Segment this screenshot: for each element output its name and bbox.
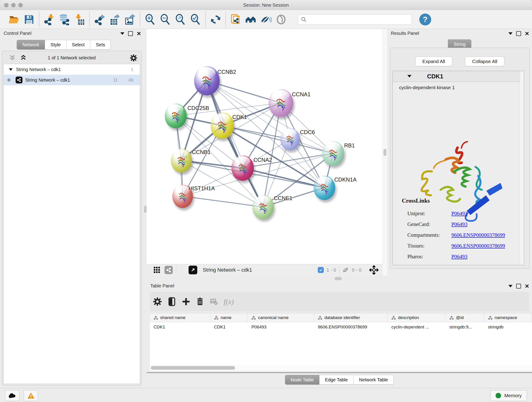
network-share-icon[interactable]: [165, 266, 173, 274]
splitter-grip[interactable]: [384, 149, 386, 156]
export-image-button[interactable]: [122, 11, 138, 28]
panel-close-icon[interactable]: ✕: [525, 284, 529, 288]
warnings-button[interactable]: [24, 390, 38, 401]
cloud-button[interactable]: [5, 390, 19, 401]
show-all-button[interactable]: [273, 11, 289, 28]
refresh-icon: [210, 14, 221, 25]
crosslink-row: Tissues:9606.ENSP00000378699: [407, 240, 517, 251]
refresh-button[interactable]: [208, 11, 223, 28]
open-session-button[interactable]: [6, 11, 22, 28]
zoom-fit-button[interactable]: [173, 11, 188, 28]
column-header-description[interactable]: description: [388, 313, 446, 322]
crosslink-link[interactable]: 9606.ENSP00000378699: [451, 243, 505, 249]
edge-CCNB2-CCNE1[interactable]: [207, 81, 263, 207]
node-CDC25B[interactable]: [165, 103, 187, 128]
help-button[interactable]: ?: [419, 13, 431, 26]
network-row[interactable]: String Network – cdk1 11 48: [4, 75, 140, 85]
column-header-namespace[interactable]: namespace: [484, 313, 532, 322]
expand-all-button[interactable]: Expand All: [415, 57, 452, 66]
search-input[interactable]: [307, 17, 406, 22]
node-CDK1[interactable]: [210, 112, 234, 139]
node-CCNA2[interactable]: [231, 155, 254, 181]
node-RB1[interactable]: [322, 141, 344, 166]
save-session-button[interactable]: [22, 11, 37, 28]
node-label-RB1: RB1: [344, 142, 355, 149]
collection-expand-icon[interactable]: [9, 68, 13, 71]
network-options-gear-icon[interactable]: [130, 54, 137, 62]
collapse-section-icon[interactable]: [407, 75, 412, 77]
memory-button[interactable]: Memory: [490, 390, 527, 401]
panel-float-icon[interactable]: [516, 284, 521, 288]
hidden-eye-slash-icon[interactable]: [343, 267, 349, 273]
import-network-database-button[interactable]: [57, 11, 72, 28]
crosslink-link[interactable]: P06493: [451, 221, 467, 227]
splitter-grip[interactable]: [335, 277, 342, 280]
tab-sets[interactable]: Sets: [90, 40, 111, 50]
node-CCNB1[interactable]: [171, 148, 192, 172]
crosslink-link[interactable]: P06493: [451, 211, 467, 217]
pan-crosshair-icon[interactable]: [369, 265, 379, 274]
node-CDKN1A[interactable]: [314, 176, 335, 200]
show-columns-icon[interactable]: [168, 297, 176, 306]
zoom-out-button[interactable]: [158, 11, 173, 28]
tab-network[interactable]: Network: [17, 40, 45, 50]
tab-style[interactable]: Style: [45, 40, 66, 50]
export-table-button[interactable]: [107, 11, 122, 28]
import-table-file-button[interactable]: [72, 11, 87, 28]
tab-node-table[interactable]: Node Table: [285, 375, 320, 385]
panel-menu-icon[interactable]: [120, 32, 124, 35]
grid-view-icon[interactable]: [153, 267, 160, 274]
network-canvas[interactable]: CCNB2CCNA1CDC25BCDK1CDC6RB1CCNB1CCNA2CDK…: [147, 29, 382, 264]
node-CCNA1[interactable]: [268, 89, 293, 117]
table-cell: stringdb: [484, 325, 532, 330]
panel-float-icon[interactable]: [128, 31, 133, 36]
node-CCNB2[interactable]: [194, 66, 220, 95]
crosslink-label: Tissues:: [407, 243, 451, 249]
delete-column-trash-icon[interactable]: [196, 297, 204, 306]
selected-checkbox-icon[interactable]: [318, 267, 324, 273]
network-collection-row[interactable]: String Network – cdk1 1: [4, 64, 140, 75]
open-in-window-icon[interactable]: [189, 266, 197, 274]
right-splitter[interactable]: [382, 29, 388, 275]
column-header--id[interactable]: @id: [446, 313, 484, 322]
table-hscrollbar[interactable]: [150, 365, 532, 371]
string-import-button[interactable]: [228, 11, 243, 28]
node-CDC6[interactable]: [280, 128, 300, 150]
panel-float-icon[interactable]: [516, 31, 521, 36]
table-row[interactable]: CDK1CDK1P064939606.ENSP00000378699cyclin…: [150, 322, 532, 332]
column-header-name[interactable]: name: [210, 313, 248, 322]
hide-selected-button[interactable]: [259, 11, 273, 28]
zoom-in-button[interactable]: [143, 11, 158, 28]
node-gloss: [174, 150, 189, 158]
add-column-plus-icon[interactable]: [182, 298, 190, 306]
table-options-gear-icon[interactable]: [153, 297, 162, 306]
houses-button[interactable]: [243, 11, 259, 28]
crosslink-label: Compartments:: [407, 232, 451, 238]
shared-column-icon: [251, 316, 256, 320]
column-header-label: database identifier: [324, 315, 360, 320]
tab-select[interactable]: Select: [66, 40, 90, 50]
collapse-all-button[interactable]: Collapse All: [465, 57, 505, 66]
edge-CDK1-RB1[interactable]: [222, 126, 333, 153]
panel-close-icon[interactable]: ✕: [137, 32, 141, 36]
panel-menu-icon[interactable]: [508, 285, 513, 287]
edge-HIST1H1A-CCNE1[interactable]: [183, 196, 263, 207]
tab-edge-table[interactable]: Edge Table: [319, 375, 354, 385]
column-header-shared-name[interactable]: shared name: [150, 313, 210, 322]
crosslink-link[interactable]: P06493: [451, 254, 467, 260]
crosslink-link[interactable]: 9606.ENSP00000378699: [451, 232, 505, 238]
panel-close-icon[interactable]: ✕: [525, 32, 529, 36]
node-CCNE1[interactable]: [252, 195, 274, 219]
column-header-database-identifier[interactable]: database identifier: [314, 313, 388, 322]
import-network-file-button[interactable]: [42, 11, 57, 28]
tab-network-table[interactable]: Network Table: [354, 375, 394, 385]
scrollbar-thumb[interactable]: [151, 366, 235, 370]
results-scrollbar[interactable]: [520, 71, 524, 265]
export-network-button[interactable]: [92, 11, 107, 28]
cdk1-section-header[interactable]: CDK1: [393, 71, 524, 82]
zoom-selected-button[interactable]: [188, 11, 203, 28]
column-header-canonical-name[interactable]: canonical name: [248, 313, 314, 322]
left-splitter[interactable]: [144, 29, 147, 388]
panel-menu-icon[interactable]: [508, 32, 513, 35]
table-cell: cyclin-dependent ...: [388, 325, 446, 330]
